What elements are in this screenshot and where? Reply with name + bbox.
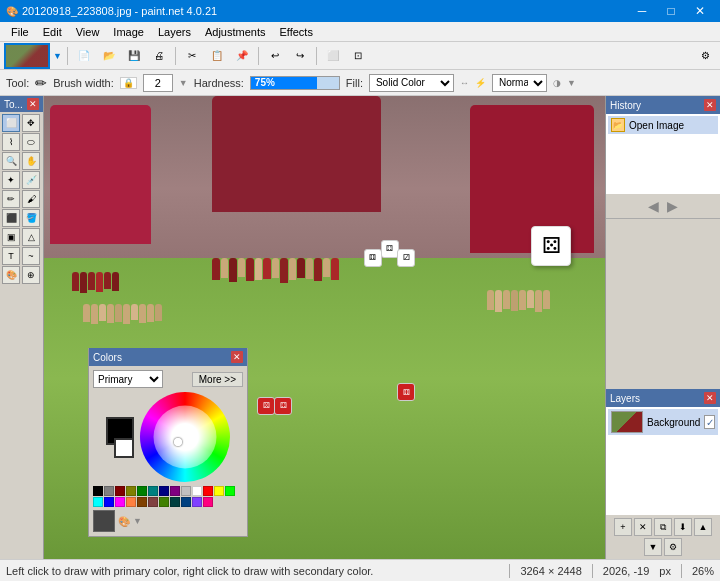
palette-silver[interactable] bbox=[181, 486, 191, 496]
layer-delete-button[interactable]: ✕ bbox=[634, 518, 652, 536]
history-item-open-image[interactable]: 📂 Open Image bbox=[608, 116, 718, 134]
tool-magic-wand[interactable]: ✦ bbox=[2, 171, 20, 189]
menu-effects[interactable]: Effects bbox=[273, 24, 320, 40]
save-button[interactable]: 💾 bbox=[123, 45, 145, 67]
layer-properties-button[interactable]: ⚙ bbox=[664, 538, 682, 556]
undo-button[interactable]: ↩ bbox=[264, 45, 286, 67]
tool-rectangle-select[interactable]: ⬜ bbox=[2, 114, 20, 132]
secondary-color-swatch[interactable] bbox=[114, 438, 134, 458]
copy-button[interactable]: 📋 bbox=[206, 45, 228, 67]
color-cursor bbox=[174, 438, 182, 446]
menu-edit[interactable]: Edit bbox=[36, 24, 69, 40]
layer-merge-button[interactable]: ⬇ bbox=[674, 518, 692, 536]
tool-curves[interactable]: ~ bbox=[22, 247, 40, 265]
layer-duplicate-button[interactable]: ⧉ bbox=[654, 518, 672, 536]
red-figures-left bbox=[72, 272, 142, 293]
tool-pencil[interactable]: ✏ bbox=[2, 190, 20, 208]
palette-black[interactable] bbox=[93, 486, 103, 496]
tool-recolor[interactable]: 🎨 bbox=[2, 266, 20, 284]
coords-unit: px bbox=[659, 565, 671, 577]
paste-button[interactable]: 📌 bbox=[231, 45, 253, 67]
minimize-button[interactable]: ─ bbox=[628, 1, 656, 21]
color-palette bbox=[93, 486, 243, 507]
palette-blue[interactable] bbox=[104, 497, 114, 507]
palette-red[interactable] bbox=[203, 486, 213, 496]
blend-arrow-icon: ▼ bbox=[567, 78, 576, 88]
colors-close-button[interactable]: ✕ bbox=[231, 351, 243, 363]
redo-button[interactable]: ↪ bbox=[289, 45, 311, 67]
tool-eraser[interactable]: ⬛ bbox=[2, 209, 20, 227]
tool-color-picker[interactable]: 💉 bbox=[22, 171, 40, 189]
palette-teal[interactable] bbox=[148, 486, 158, 496]
hardness-slider[interactable]: 75% bbox=[250, 76, 340, 90]
tool-brush[interactable]: 🖌 bbox=[22, 190, 40, 208]
settings-button[interactable]: ⚙ bbox=[694, 45, 716, 67]
palette-fuchsia[interactable] bbox=[115, 497, 125, 507]
blend-mode-select[interactable]: Normal Multiply Screen Overlay bbox=[492, 74, 547, 92]
toolbox-close-button[interactable]: ✕ bbox=[27, 98, 39, 110]
print-button[interactable]: 🖨 bbox=[148, 45, 170, 67]
color-wheel[interactable] bbox=[140, 392, 230, 482]
palette-white[interactable] bbox=[192, 486, 202, 496]
history-forward-button[interactable]: ▶ bbox=[667, 198, 678, 214]
layer-down-button[interactable]: ▼ bbox=[644, 538, 662, 556]
palette-violet[interactable] bbox=[192, 497, 202, 507]
palette-gray[interactable] bbox=[104, 486, 114, 496]
palette-navy[interactable] bbox=[159, 486, 169, 496]
history-navigation: ◀ ▶ bbox=[606, 194, 720, 218]
history-close-button[interactable]: ✕ bbox=[704, 99, 716, 111]
tool-text[interactable]: T bbox=[2, 247, 20, 265]
history-back-button[interactable]: ◀ bbox=[648, 198, 659, 214]
menu-view[interactable]: View bbox=[69, 24, 107, 40]
tool-zoom[interactable]: 🔍 bbox=[2, 152, 20, 170]
open-button[interactable]: 📂 bbox=[98, 45, 120, 67]
menu-image[interactable]: Image bbox=[106, 24, 151, 40]
tool-fill[interactable]: 🪣 bbox=[22, 209, 40, 227]
layer-add-button[interactable]: + bbox=[614, 518, 632, 536]
canvas-area[interactable]: ⚅ ⚃ ⚂ ⚄ ⚃ ⚅ ⚄ Colors ✕ Primary Secondary bbox=[44, 96, 605, 559]
palette-chartreuse[interactable] bbox=[159, 497, 169, 507]
tool-ellipse-select[interactable]: ⬭ bbox=[22, 133, 40, 151]
color-mode-select[interactable]: Primary Secondary bbox=[93, 370, 163, 388]
tool-move[interactable]: ✥ bbox=[22, 114, 40, 132]
palette-cyan[interactable] bbox=[93, 497, 103, 507]
hardness-label: Hardness: bbox=[194, 77, 244, 89]
tool-clone[interactable]: ⊕ bbox=[22, 266, 40, 284]
recent-color-1[interactable] bbox=[93, 510, 115, 532]
tool-shapes[interactable]: △ bbox=[22, 228, 40, 246]
palette-dusty-rose[interactable] bbox=[148, 497, 158, 507]
layer-visibility-toggle[interactable]: ✓ bbox=[704, 415, 715, 429]
die-2: ⚃ bbox=[381, 240, 399, 258]
brush-width-input[interactable] bbox=[143, 74, 173, 92]
history-item-icon: 📂 bbox=[611, 118, 625, 132]
palette-purple[interactable] bbox=[170, 486, 180, 496]
deselect-button[interactable]: ⬜ bbox=[322, 45, 344, 67]
fill-select[interactable]: Solid Color No Fill Gradient bbox=[369, 74, 454, 92]
menu-file[interactable]: File bbox=[4, 24, 36, 40]
cut-button[interactable]: ✂ bbox=[181, 45, 203, 67]
close-button[interactable]: ✕ bbox=[686, 1, 714, 21]
palette-hot-pink[interactable] bbox=[203, 497, 213, 507]
palette-dark-blue[interactable] bbox=[181, 497, 191, 507]
more-colors-button[interactable]: More >> bbox=[192, 372, 243, 387]
palette-maroon[interactable] bbox=[115, 486, 125, 496]
menu-layers[interactable]: Layers bbox=[151, 24, 198, 40]
palette-yellow[interactable] bbox=[214, 486, 224, 496]
palette-lime[interactable] bbox=[225, 486, 235, 496]
new-button[interactable]: 📄 bbox=[73, 45, 95, 67]
maximize-button[interactable]: □ bbox=[657, 1, 685, 21]
palette-olive[interactable] bbox=[126, 486, 136, 496]
layer-up-button[interactable]: ▲ bbox=[694, 518, 712, 536]
menu-adjustments[interactable]: Adjustments bbox=[198, 24, 273, 40]
toolbox-title: To... bbox=[4, 99, 23, 110]
tool-gradient[interactable]: ▣ bbox=[2, 228, 20, 246]
tool-lasso[interactable]: ⌇ bbox=[2, 133, 20, 151]
crop-button[interactable]: ⊡ bbox=[347, 45, 369, 67]
palette-dark-teal[interactable] bbox=[170, 497, 180, 507]
layer-background[interactable]: Background ✓ bbox=[608, 409, 718, 435]
tool-pan[interactable]: ✋ bbox=[22, 152, 40, 170]
palette-orange[interactable] bbox=[126, 497, 136, 507]
palette-green[interactable] bbox=[137, 486, 147, 496]
layers-close-button[interactable]: ✕ bbox=[704, 392, 716, 404]
palette-brown[interactable] bbox=[137, 497, 147, 507]
